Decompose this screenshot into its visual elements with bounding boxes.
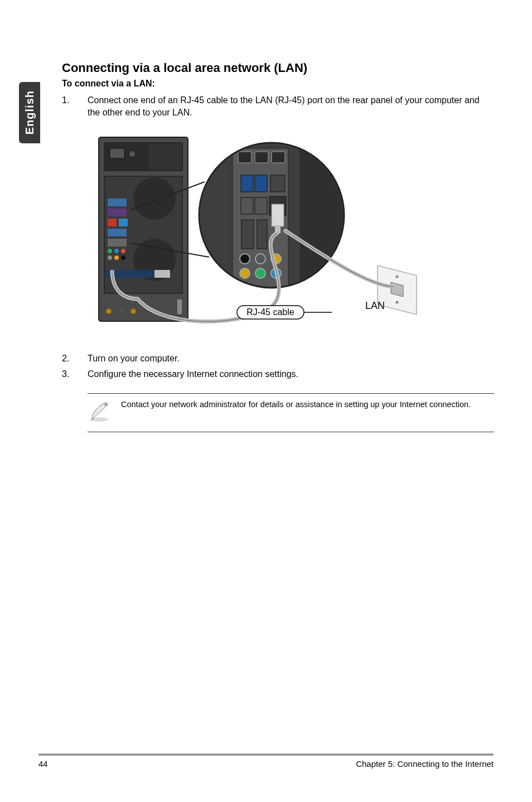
language-tab: English	[19, 82, 40, 143]
svg-rect-36	[270, 175, 285, 192]
svg-point-22	[106, 308, 112, 314]
svg-rect-8	[108, 199, 127, 206]
svg-rect-9	[108, 209, 127, 216]
section-subheading: To connect via a LAN:	[62, 79, 494, 89]
page-footer: 44 Chapter 5: Connecting to the Internet	[38, 753, 494, 769]
svg-rect-11	[119, 219, 128, 226]
svg-rect-38	[255, 197, 267, 214]
svg-rect-10	[108, 219, 117, 226]
svg-rect-37	[241, 197, 253, 214]
svg-rect-34	[241, 175, 253, 192]
svg-point-6	[133, 177, 176, 220]
divider	[88, 432, 494, 432]
lan-label: LAN	[365, 300, 385, 311]
footer-rule	[38, 753, 494, 756]
svg-rect-40	[272, 204, 284, 226]
step-number: 1.	[62, 94, 88, 118]
svg-rect-29	[299, 148, 350, 282]
step-text: Connect one end of an RJ-45 cable to the…	[88, 94, 494, 118]
language-tab-text: English	[23, 90, 36, 134]
svg-point-17	[108, 255, 112, 260]
svg-point-45	[255, 254, 265, 264]
svg-point-55	[396, 301, 399, 304]
svg-rect-12	[108, 229, 127, 236]
svg-rect-13	[108, 239, 127, 247]
section-heading: Connecting via a local area network (LAN…	[62, 61, 494, 75]
page-number: 44	[38, 759, 48, 769]
svg-rect-3	[110, 148, 124, 158]
svg-point-54	[396, 276, 399, 278]
step-item: 2. Turn on your computer.	[62, 352, 494, 365]
step-number: 3.	[62, 368, 88, 380]
main-content: Connecting via a local area network (LAN…	[62, 61, 494, 432]
svg-point-44	[240, 254, 250, 264]
svg-rect-25	[177, 299, 182, 315]
step-item: 3. Configure the necessary Internet conn…	[62, 368, 494, 380]
svg-rect-35	[255, 175, 267, 192]
svg-rect-33	[272, 152, 285, 163]
note-text: Contact your network administrator for d…	[121, 399, 471, 410]
svg-rect-32	[255, 152, 268, 163]
svg-point-15	[114, 249, 119, 253]
svg-rect-21	[154, 270, 170, 278]
step-item: 1. Connect one end of an RJ-45 cable to …	[62, 94, 494, 118]
svg-point-16	[121, 249, 125, 253]
svg-point-24	[130, 308, 136, 314]
step-text: Turn on your computer.	[88, 352, 494, 365]
step-number: 2.	[62, 352, 88, 365]
svg-rect-42	[241, 220, 254, 249]
cable-label: RJ-45 cable	[246, 307, 294, 317]
svg-point-47	[240, 268, 250, 278]
svg-rect-43	[257, 220, 267, 249]
svg-point-4	[129, 151, 136, 157]
svg-point-48	[255, 268, 265, 278]
step-text: Configure the necessary Internet connect…	[88, 368, 494, 380]
svg-rect-31	[238, 152, 252, 163]
illustration: RJ-45 cable LAN	[88, 132, 433, 332]
svg-point-18	[114, 255, 119, 260]
svg-point-14	[108, 249, 112, 253]
svg-point-19	[121, 255, 125, 260]
chapter-label: Chapter 5: Connecting to the Internet	[356, 759, 494, 769]
note-block: Contact your network administrator for d…	[88, 393, 494, 432]
svg-point-23	[119, 310, 123, 313]
note-icon	[88, 399, 111, 425]
